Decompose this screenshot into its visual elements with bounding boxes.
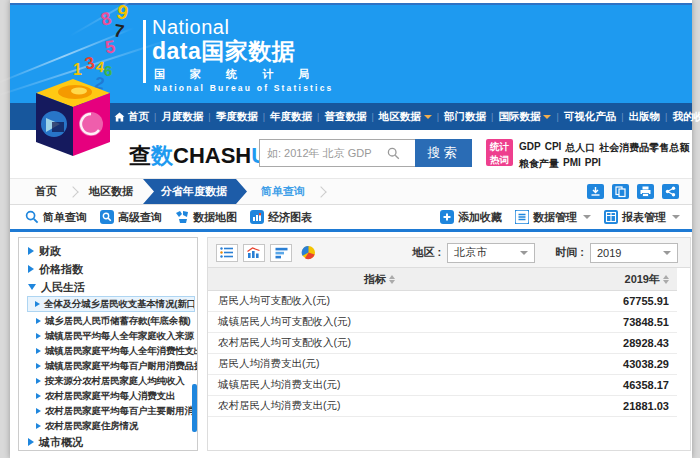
indicator-cell: 城镇居民人均消费支出(元) — [208, 378, 551, 392]
sidebar-item[interactable]: 城镇居民家庭平均每人全年消费性支出 — [19, 343, 197, 358]
triangle-right-icon — [28, 265, 34, 273]
add-favorite-button[interactable]: 添加收藏 — [440, 210, 502, 225]
nav-item-home[interactable]: 首页 — [114, 110, 149, 124]
search-input[interactable] — [259, 139, 428, 167]
sidebar-scrollbar-thumb[interactable] — [192, 384, 197, 432]
region-value: 北京市 — [454, 245, 487, 260]
chashu-logo-part: 数 — [151, 143, 173, 168]
site-title-mixed: data国家数据 — [152, 36, 295, 67]
chevron-down-icon — [520, 251, 528, 255]
share-icon[interactable] — [662, 184, 679, 199]
hbar-view-button[interactable] — [270, 244, 292, 262]
table-row: 农村居民人均消费支出(元)21881.03 — [208, 396, 677, 417]
logo-cube — [32, 78, 114, 160]
triangle-right-icon — [36, 348, 41, 354]
table-view-button[interactable] — [216, 244, 238, 262]
nav-item-visualization[interactable]: 可视化产品 — [564, 110, 617, 124]
sidebar-item[interactable]: 农村居民家庭住房情况 — [19, 418, 197, 433]
value-cell: 43038.29 — [551, 358, 677, 370]
indicator-column-header[interactable]: 指标 — [208, 272, 551, 287]
toolbar-label: 数据管理 — [533, 210, 577, 225]
hot-word[interactable]: PPI — [585, 157, 601, 171]
table-header: 指标 2019年 — [208, 268, 677, 291]
value-cell: 21881.03 — [551, 400, 677, 412]
hot-word[interactable]: PMI — [563, 157, 581, 171]
nav-item-international[interactable]: 国际数据 — [498, 110, 551, 124]
hot-word[interactable]: CPI — [545, 141, 562, 155]
sidebar-group-price-index[interactable]: 价格指数 — [19, 260, 197, 278]
search-button[interactable]: 搜索 — [415, 139, 472, 167]
sidebar-item-selected[interactable]: 全体及分城乡居民收支基本情况(新口径) — [27, 296, 195, 312]
nav-item-regional[interactable]: 地区数据 — [379, 110, 432, 124]
breadcrumb-active-tab[interactable]: 分省年度数据 — [143, 179, 247, 204]
sidebar-item[interactable]: 城镇居民平均每人全年家庭收入来源 — [19, 328, 197, 343]
year-column-header[interactable]: 2019年 — [551, 272, 677, 287]
advanced-magnifier-icon — [100, 210, 114, 224]
breadcrumb-home[interactable]: 首页 — [35, 184, 57, 199]
download-icon[interactable] — [587, 184, 604, 199]
data-manage-menu[interactable]: 数据管理 — [515, 210, 591, 225]
chashu-logo: 查数CHASHU — [129, 141, 267, 171]
triangle-right-icon — [36, 423, 41, 429]
time-select[interactable]: 2019 — [590, 243, 678, 263]
toolbar-label: 高级查询 — [118, 210, 162, 225]
nav-separator: | — [556, 112, 558, 122]
chevron-down-icon — [583, 215, 591, 219]
region-select[interactable]: 北京市 — [447, 243, 535, 263]
copy-icon[interactable] — [612, 184, 629, 199]
sidebar-item[interactable]: 城镇居民家庭平均每百户耐用消费品拥有 — [19, 358, 197, 373]
sidebar-item[interactable]: 城乡居民人民币储蓄存款(年底余额) — [19, 313, 197, 328]
nav-item-annual[interactable]: 年度数据 — [270, 110, 312, 124]
nav-item-publications[interactable]: 出版物 — [629, 110, 661, 124]
hot-word[interactable]: 总人口 — [565, 141, 595, 155]
nav-item-census[interactable]: 普查数据 — [324, 110, 366, 124]
pie-chart-view-button[interactable] — [297, 244, 319, 262]
hot-word[interactable]: 社会消费品零售总额 — [599, 141, 689, 155]
data-table: 指标 2019年 居民人均可支配收入(元)67755.91 城镇居民人均可支配收… — [208, 268, 677, 417]
value-cell: 67755.91 — [551, 295, 677, 307]
nav-item-monthly[interactable]: 月度数据 — [161, 110, 203, 124]
sidebar-item-label: 城乡居民人民币储蓄存款(年底余额) — [45, 313, 190, 328]
breadcrumb: 首页 地区数据 分省年度数据 简单查询 — [10, 178, 692, 205]
bar-chart-view-button[interactable] — [243, 244, 265, 262]
sidebar-group-label: 人民生活 — [41, 278, 85, 296]
nav-item-departmental[interactable]: 部门数据 — [444, 110, 486, 124]
bar-chart-icon — [247, 247, 261, 259]
home-icon — [114, 112, 125, 122]
breadcrumb-current[interactable]: 简单查询 — [261, 184, 305, 199]
region-label: 地区 : — [413, 245, 442, 260]
triangle-right-icon — [36, 333, 41, 339]
filters: 地区 : 北京市 时间 : 2019 — [413, 243, 678, 263]
data-map-button[interactable]: 数据地图 — [175, 210, 237, 225]
hot-word[interactable]: 粮食产量 — [519, 157, 559, 171]
simple-query-button[interactable]: 简单查询 — [25, 210, 87, 225]
result-panel: 地区 : 北京市 时间 : 2019 指标 — [207, 237, 691, 451]
sidebar-group-label: 价格指数 — [39, 260, 83, 278]
screenshot-stage: 1 2 3 4 5 6 7 8 9 — [0, 0, 700, 458]
sidebar-item[interactable]: 按来源分农村居民家庭人均纯收入 — [19, 373, 197, 388]
sidebar-group-label: 城市概况 — [39, 433, 83, 451]
triangle-right-icon — [36, 378, 41, 384]
sidebar-group-people-livelihood[interactable]: 人民生活 — [19, 278, 197, 296]
page: 1 2 3 4 5 6 7 8 9 — [10, 0, 692, 458]
sidebar-group-finance[interactable]: 财政 — [19, 242, 197, 260]
report-manage-menu[interactable]: 报表管理 — [604, 210, 680, 225]
economic-chart-button[interactable]: 经济图表 — [250, 210, 312, 225]
nav-item-favorites[interactable]: 我的收藏 — [672, 110, 700, 124]
print-icon[interactable] — [637, 184, 654, 199]
nav-item-quarterly[interactable]: 季度数据 — [216, 110, 258, 124]
sidebar-group-label: 财政 — [39, 242, 61, 260]
sidebar-item[interactable]: 农村居民家庭平均每百户主要耐用消费品 — [19, 403, 197, 418]
nav-item-label: 地区数据 — [379, 110, 421, 124]
breadcrumb-regional-data[interactable]: 地区数据 — [89, 184, 133, 199]
nav-separator: | — [665, 112, 667, 122]
hot-word[interactable]: GDP — [519, 141, 541, 155]
sidebar-group-city-overview[interactable]: 城市概况 — [19, 433, 197, 451]
magnifier-icon — [25, 210, 39, 224]
indicator-cell: 农村居民人均可支配收入(元) — [208, 336, 551, 350]
value-cell: 73848.51 — [551, 316, 677, 328]
sidebar-item[interactable]: 农村居民家庭平均每人消费支出 — [19, 388, 197, 403]
nav-separator: | — [371, 112, 373, 122]
sort-icon — [389, 275, 395, 284]
advanced-query-button[interactable]: 高级查询 — [100, 210, 162, 225]
